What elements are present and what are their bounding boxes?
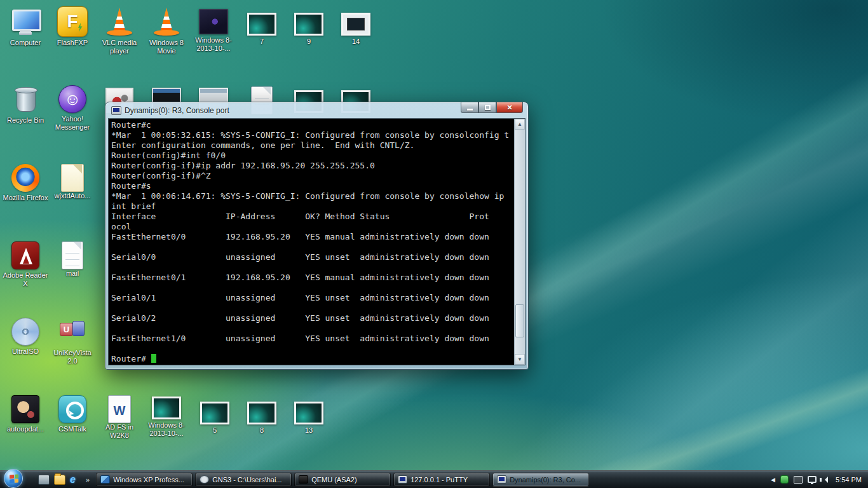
internet-explorer-icon[interactable]: e [70, 475, 81, 485]
terminal-line: Enter configuration commands, one per li… [111, 140, 514, 151]
desktop-icon-unikeyvista[interactable]: UniKeyVista 2.0 [50, 316, 95, 365]
terminal-line [111, 283, 514, 293]
quick-launch-bar: e » [38, 475, 90, 485]
show-desktop-icon[interactable] [38, 475, 50, 485]
word-icon [108, 395, 131, 423]
desktop-icon-yahoo-messenger[interactable]: Yahoo! Messenger [50, 84, 95, 132]
volume-icon[interactable] [822, 477, 828, 483]
terminal-line: Interface IP-Address OK? Method Status P… [111, 212, 514, 222]
terminal-line [111, 323, 514, 334]
terminal-scrollbar[interactable]: ▲ ▼ [514, 119, 525, 365]
cone-icon [151, 6, 182, 37]
close-button[interactable]: ✕ [496, 102, 523, 113]
tray-green-app-icon[interactable] [780, 475, 789, 484]
taskbar-button-label: Windows XP Profess... [113, 476, 184, 484]
putty-window: Dynamips(0): R3, Console port ✕ Router#c… [105, 102, 529, 370]
desktop-icon-mozilla-firefox[interactable]: Mozilla Firefox [3, 163, 48, 202]
desktop-icon-video-9[interactable]: 9 [286, 9, 332, 46]
taskbar-button[interactable]: Dynamips(0): R3, Co... [492, 473, 589, 487]
desktop-icon-label: VLC media player [97, 39, 142, 55]
scrollbar-thumb[interactable] [515, 304, 524, 337]
desktop-icon-wjxtdauto[interactable]: wjxtdAuto... [50, 163, 95, 200]
taskbar-button-label: Dynamips(0): R3, Co... [510, 476, 581, 484]
taskbar-button[interactable]: Windows XP Profess... [96, 473, 193, 487]
desktop-icon-csmtalk[interactable]: CSMTalk [50, 394, 95, 433]
desktop-icon-flashfxp[interactable]: FlashFXP [50, 6, 95, 47]
scrollbar-track[interactable] [515, 130, 525, 354]
desktop-icon-computer[interactable]: Computer [3, 6, 48, 47]
quicklaunch-overflow-chevron-icon[interactable]: » [86, 476, 90, 484]
minimize-icon [467, 109, 473, 111]
terminal-client-area: Router#c*Mar 1 00:05:32.615: %SYS-5-CONF… [108, 118, 526, 365]
desktop-icon-vlc-media-player[interactable]: VLC media player [97, 6, 142, 55]
desktop-icon-windows-8-2013-10-video[interactable]: Windows 8-2013-10-... [191, 6, 236, 53]
desktop-icon-mail[interactable]: mail [50, 240, 95, 278]
taskbar-button[interactable]: QEMU (ASA2) [294, 473, 391, 487]
desktop-icon-label: Yahoo! Messenger [50, 115, 95, 132]
desktop-icon-label: Recycle Bin [3, 116, 48, 125]
desktop-icon-label: wjxtdAuto... [50, 192, 95, 200]
terminal-line: FastEthernet0/1 192.168.95.20 YES manual… [111, 273, 514, 283]
network-icon[interactable] [808, 476, 817, 483]
thumb-icon [294, 402, 323, 424]
desktop-icon-adobe-reader-x[interactable]: Adobe Reader X [3, 240, 48, 288]
terminal-output[interactable]: Router#c*Mar 1 00:05:32.615: %SYS-5-CONF… [109, 119, 514, 365]
recycle-icon [10, 84, 41, 114]
clock[interactable]: 5:54 PM [836, 476, 862, 484]
desktop-icon-windows-8-2013-10-thumb[interactable]: Windows 8-2013-10-... [144, 393, 189, 438]
adobe-icon [11, 241, 39, 269]
desktop-icon-label: CSMTalk [50, 425, 95, 433]
desktop-icon-windows-8-movie[interactable]: Windows 8 Movie [144, 6, 189, 55]
desktop-icon-video-14[interactable]: 14 [333, 9, 379, 46]
unikey-icon [57, 316, 88, 347]
scroll-up-button[interactable]: ▲ [515, 119, 525, 130]
desktop-icon-video-5[interactable]: 5 [192, 398, 238, 435]
terminal-line: Serial0/2 unassigned YES unset administr… [111, 313, 514, 323]
desktop-icon-label: Windows 8-2013-10-... [144, 421, 189, 438]
minimize-button[interactable] [461, 102, 478, 113]
desktop-icon-label: 14 [333, 37, 379, 46]
taskbar-button[interactable]: GNS3 - C:\Users\hai... [195, 473, 292, 487]
window-controls: ✕ [461, 102, 523, 113]
desktop-icon-label: 13 [286, 426, 332, 435]
desktop-icon-label: Windows 8-2013-10-... [191, 36, 236, 53]
window-titlebar[interactable]: Dynamips(0): R3, Console port ✕ [108, 102, 526, 118]
terminal-prompt: Router# [111, 354, 146, 363]
terminal-prompt-line: Router# [111, 354, 514, 364]
desktop-icon-label: 9 [286, 37, 332, 46]
terminal-line: Router(config-if)#^Z [111, 171, 514, 181]
desktop-icon-recycle-bin[interactable]: Recycle Bin [3, 84, 48, 125]
terminal-line: Serial0/1 unassigned YES unset administr… [111, 293, 514, 303]
windows-flag-icon [10, 475, 18, 484]
gns3-icon [200, 475, 209, 484]
csmtalk-icon [58, 395, 86, 423]
terminal-line [111, 344, 514, 354]
taskbar-button[interactable]: 127.0.0.1 - PuTTY [393, 473, 490, 487]
desktop-icon-ad-fs-in-w2k8[interactable]: AD FS in W2K8 [97, 394, 142, 440]
taskbar-button-label: GNS3 - C:\Users\hai... [212, 476, 281, 484]
desktop-icon-video-13[interactable]: 13 [286, 398, 332, 435]
terminal-line: *Mar 1 00:05:32.615: %SYS-5-CONFIG_I: Co… [111, 130, 514, 140]
filelight-icon [61, 164, 84, 192]
desktop-icon-video-8[interactable]: 8 [239, 398, 285, 435]
task-button-list: Windows XP Profess...GNS3 - C:\Users\hai… [96, 473, 766, 487]
start-button[interactable] [4, 469, 23, 488]
cd-icon [11, 318, 39, 346]
desktop-icon-label: Adobe Reader X [3, 271, 48, 288]
desktop-icon-video-7[interactable]: 7 [239, 9, 285, 46]
flashfxp-icon [57, 6, 88, 37]
tray-expand-chevron-icon[interactable]: ◀ [771, 477, 775, 483]
desktop-icon-autoupdat[interactable]: autoupdat... [3, 394, 48, 433]
desktop-icon-ultraiso[interactable]: UltraISO [3, 316, 48, 356]
terminal-line: *Mar 1 00:06:14.671: %SYS-5-CONFIG_I: Co… [111, 191, 514, 201]
desktop-icon-label: 5 [192, 426, 238, 435]
system-tray: ◀ 5:54 PM [766, 475, 868, 484]
arrow-down-icon: ▼ [517, 356, 522, 362]
desktop-icon-label: autoupdat... [3, 425, 48, 433]
terminal-line [111, 242, 514, 252]
doc-icon [62, 241, 83, 269]
scroll-down-button[interactable]: ▼ [515, 354, 525, 365]
maximize-button[interactable] [478, 102, 496, 113]
explorer-icon[interactable] [54, 475, 65, 485]
tray-window-icon[interactable] [794, 476, 803, 484]
